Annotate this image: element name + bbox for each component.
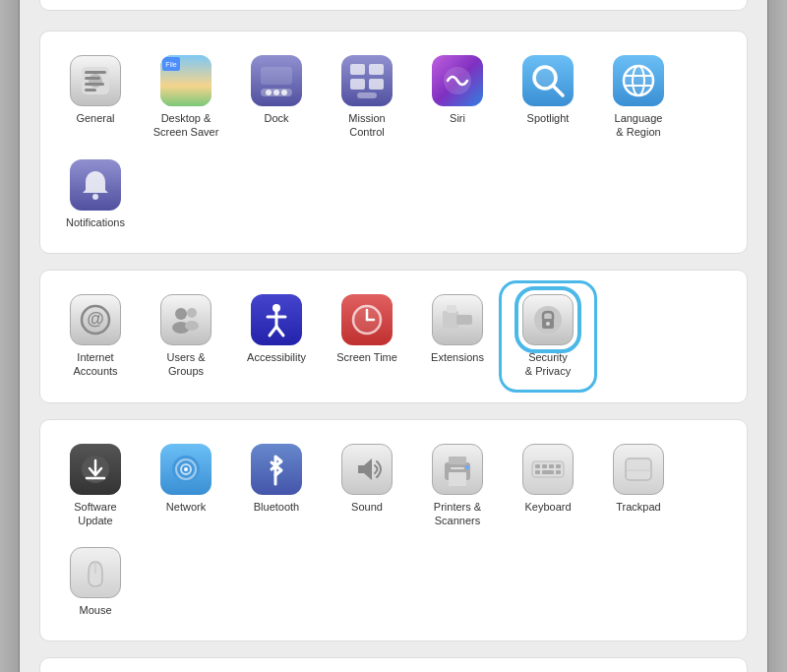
pref-item-screentime[interactable]: Screen Time [324, 286, 410, 387]
svg-point-28 [624, 66, 653, 95]
svg-rect-48 [456, 315, 472, 325]
notifications-label: Notifications [66, 215, 125, 229]
svg-text:@: @ [87, 309, 104, 329]
pref-item-users[interactable]: Users &Groups [143, 286, 229, 387]
svg-point-38 [185, 321, 199, 331]
pref-item-language[interactable]: Language& Region [595, 47, 682, 148]
pref-item-printers[interactable]: Printers &Scanners [414, 436, 501, 536]
language-icon [613, 55, 664, 106]
notifications-icon [70, 159, 121, 211]
users-icon [160, 294, 212, 345]
keyboard-icon [522, 444, 574, 495]
svg-rect-23 [369, 79, 384, 90]
svg-point-17 [273, 90, 279, 95]
svg-rect-69 [556, 464, 561, 468]
icons-grid-2: @ InternetAccounts Users &Gro [52, 286, 735, 387]
security-icon [522, 294, 574, 345]
pref-item-sound[interactable]: Sound [324, 436, 410, 536]
printers-icon [432, 444, 483, 495]
mouse-icon [70, 547, 121, 598]
trackpad-label: Trackpad [616, 500, 660, 514]
pref-item-mouse[interactable]: Mouse [52, 539, 139, 625]
sound-label: Sound [351, 500, 383, 514]
svg-rect-68 [549, 464, 554, 468]
spotlight-icon [522, 55, 574, 106]
icons-grid-1: General [52, 47, 735, 237]
pref-item-internet[interactable]: @ InternetAccounts [52, 286, 139, 387]
trackpad-icon [613, 444, 664, 495]
pref-item-bluetooth[interactable]: Bluetooth [233, 436, 320, 536]
screentime-icon [341, 294, 393, 345]
internet-icon: @ [70, 294, 121, 345]
accessibility-label: Accessibility [247, 350, 306, 364]
software-label: SoftwareUpdate [74, 500, 116, 528]
pref-item-extensions[interactable]: Extensions [414, 286, 501, 387]
internet-label: InternetAccounts [73, 350, 117, 379]
profile-row[interactable]: Apple ID, iCloud, Media & App Store Appl… [39, 0, 748, 11]
pref-item-keyboard[interactable]: Keyboard [505, 436, 591, 536]
svg-rect-73 [626, 458, 651, 480]
mouse-label: Mouse [79, 603, 111, 617]
spotlight-label: Spotlight [527, 111, 570, 125]
svg-rect-65 [532, 461, 564, 477]
section-4: Displays Sidecar [39, 657, 748, 672]
pref-item-dock[interactable]: Dock [233, 47, 320, 148]
svg-line-27 [553, 86, 563, 95]
pref-item-desktop[interactable]: File Desktop &Screen Saver [143, 47, 229, 148]
keyboard-label: Keyboard [524, 500, 571, 514]
svg-rect-10 [85, 83, 104, 86]
pref-item-trackpad[interactable]: Trackpad [595, 436, 682, 536]
svg-rect-62 [449, 472, 466, 486]
dock-icon [251, 55, 302, 106]
accessibility-icon [251, 294, 302, 345]
printers-label: Printers &Scanners [434, 500, 481, 528]
software-icon [70, 444, 121, 495]
section-1: General [39, 31, 748, 254]
screentime-label: Screen Time [336, 350, 397, 364]
svg-rect-8 [85, 71, 106, 74]
pref-item-network[interactable]: Network [143, 436, 229, 536]
svg-rect-11 [85, 89, 96, 92]
mission-label: MissionControl [348, 111, 385, 140]
pref-item-mission[interactable]: MissionControl [324, 47, 410, 148]
svg-point-58 [184, 467, 188, 471]
svg-point-18 [281, 90, 287, 95]
network-icon [160, 444, 212, 495]
language-label: Language& Region [615, 111, 663, 140]
icons-grid-3: SoftwareUpdate Network [52, 436, 735, 626]
security-label: Security& Privacy [525, 350, 571, 379]
pref-item-spotlight[interactable]: Spotlight [505, 47, 591, 148]
svg-rect-66 [535, 464, 540, 468]
svg-rect-19 [261, 67, 292, 85]
svg-line-43 [276, 327, 283, 336]
desktop-icon: File [160, 55, 212, 106]
section-2: @ InternetAccounts Users &Gro [39, 270, 748, 403]
pref-item-siri[interactable]: Siri [414, 47, 501, 148]
svg-rect-70 [535, 470, 540, 474]
siri-icon [432, 55, 483, 106]
general-label: General [76, 111, 114, 125]
svg-text:File: File [165, 61, 176, 68]
svg-point-35 [175, 308, 187, 320]
svg-rect-67 [542, 464, 547, 468]
svg-rect-63 [451, 467, 464, 469]
general-icon [70, 55, 121, 106]
bluetooth-icon [251, 444, 302, 495]
svg-point-16 [266, 90, 272, 95]
extensions-label: Extensions [431, 350, 484, 364]
desktop-label: Desktop &Screen Saver [153, 111, 219, 140]
pref-item-security[interactable]: Security& Privacy [505, 286, 591, 387]
dock-label: Dock [264, 111, 288, 125]
bluetooth-label: Bluetooth [254, 500, 299, 514]
network-label: Network [166, 500, 206, 514]
svg-point-52 [546, 322, 550, 326]
svg-rect-47 [443, 311, 458, 329]
svg-rect-21 [369, 64, 384, 75]
pref-item-accessibility[interactable]: Accessibility [233, 286, 320, 387]
section-3: SoftwareUpdate Network [39, 419, 748, 642]
pref-item-general[interactable]: General [52, 47, 139, 148]
svg-rect-9 [85, 77, 100, 80]
pref-item-notifications[interactable]: Notifications [52, 152, 139, 237]
svg-rect-72 [556, 470, 561, 474]
pref-item-software[interactable]: SoftwareUpdate [52, 436, 139, 536]
